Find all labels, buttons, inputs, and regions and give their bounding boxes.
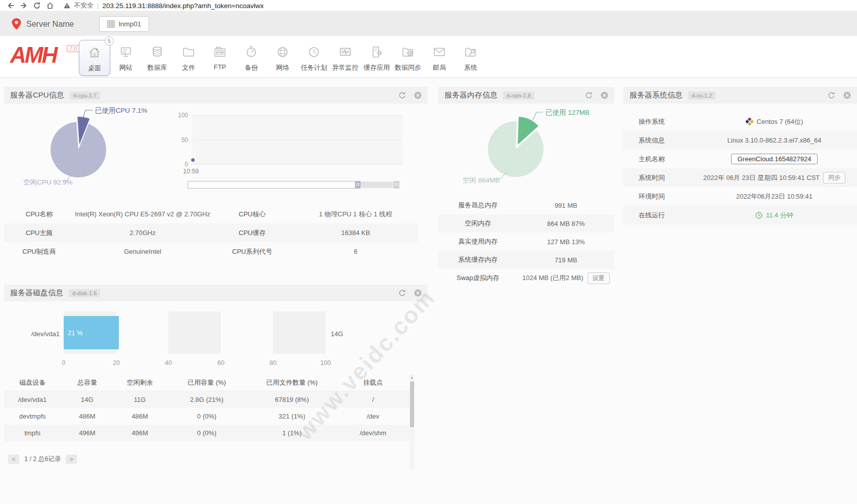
cpu-pie-chart: 已使用CPU 7.1% 空闲CPU 92.9%: [9, 105, 186, 206]
cell-label: 系统时间: [623, 173, 692, 182]
server-name-label: Server Name: [26, 20, 74, 29]
nav-item-database[interactable]: 数据库: [142, 40, 173, 75]
prev-page-button[interactable]: <: [8, 454, 19, 464]
disk-usage-bar-chart: /dev/vda1 21 % 14G 0 20 40 60 80 100: [4, 305, 428, 373]
cpu-line-plot: [192, 115, 402, 164]
column-header: 已用文件数量 (%): [247, 378, 336, 387]
cell-value: /dev/shm: [337, 429, 410, 437]
os-panel-title: 服务器系统信息: [629, 90, 683, 100]
disk-panel-badge: d-disk-1.6: [69, 289, 100, 297]
cell-value: 67819 (8%): [247, 396, 336, 403]
table-row: 在线运行 11.4 分钟: [623, 206, 857, 224]
cell-value: 2022年06月23日 10:59:41: [736, 192, 813, 201]
close-icon[interactable]: [843, 91, 851, 99]
nav-label: 数据同步: [395, 63, 421, 72]
table-row: 操作系统 Centos 7 (64位): [623, 112, 857, 131]
address-bar[interactable]: 不安全 | 203.25.119.31:8888/index.php?amh_t…: [64, 1, 264, 10]
browser-forward-button[interactable]: [17, 1, 30, 11]
nav-item-system[interactable]: 系统: [455, 40, 486, 75]
cell-value: /dev: [337, 413, 410, 420]
nav-label: 备份: [245, 63, 258, 72]
nav-item-mail[interactable]: 邮局: [424, 40, 455, 75]
nav-item-network[interactable]: 网络: [267, 40, 298, 75]
server-name-link[interactable]: Server Name: [11, 18, 74, 30]
ram-info-table: 服务器总内存 991 MB 空闲内存 864 MB 87% 真实使用内存 127…: [438, 196, 614, 287]
cpu-free-label: 空闲CPU 92.9%: [23, 178, 73, 187]
uptime-value: 11.4 分钟: [766, 211, 793, 220]
nav-item-website[interactable]: 网站: [110, 40, 142, 75]
slider-handle-left[interactable]: [355, 181, 360, 189]
nav-item-ftp[interactable]: FTP FTP: [204, 40, 236, 73]
close-icon[interactable]: [414, 289, 422, 297]
cpu-panel-title: 服务器CPU信息: [10, 90, 64, 100]
cell-label: 系统信息: [623, 136, 692, 145]
table-row: 主机名称 GreenCloud.1654827924: [623, 150, 857, 168]
page-info: 1 / 2 总6记录: [24, 455, 61, 464]
table-row: 系统时间 2022年 06月 23日 星期四 10:59:41 CST 同步: [623, 168, 857, 187]
swap-settings-button[interactable]: 设置: [588, 272, 610, 284]
amh-dashboard: 不安全 | 203.25.119.31:8888/index.php?amh_t…: [0, 0, 857, 504]
close-icon[interactable]: [601, 91, 608, 99]
column-header: 总容量: [61, 378, 113, 387]
cell-value: 16384 KB: [294, 229, 418, 237]
axis-tick: 20: [108, 359, 124, 366]
slider-selected-range[interactable]: [188, 181, 355, 189]
time-sync-button[interactable]: 同步: [823, 172, 845, 184]
os-panel-header: 服务器系统信息 d-os-1.2: [623, 87, 857, 104]
monitor-pulse-icon: [338, 44, 353, 60]
system-wrench-icon: [463, 44, 478, 60]
cell-value: Intel(R) Xeon(R) CPU E5-2697 v2 @ 2.70GH…: [74, 210, 211, 218]
column-header: 挂载点: [337, 378, 410, 387]
scroll-up-arrow[interactable]: ▲: [410, 376, 414, 379]
cell-value: 2.8G (21%): [166, 396, 247, 403]
table-row: 系统信息 Linux 3.10.0-862.2.3.el7.x86_64: [623, 131, 857, 150]
ram-free-label: 空闲 864MB: [463, 176, 500, 185]
browser-reload-button[interactable]: [30, 1, 43, 11]
nav-item-cache-app[interactable]: 缓存应用: [361, 40, 392, 75]
disk-used-pct: 21 %: [68, 329, 83, 337]
nav-item-task-schedule[interactable]: 任务计划: [298, 40, 330, 75]
cell-value: 14G: [61, 396, 113, 403]
table-row: CPU名称 Intel(R) Xeon(R) CPU E5-2697 v2 @ …: [4, 205, 418, 223]
close-icon[interactable]: [414, 91, 422, 99]
ram-pie-chart: 已使用 127MB 空闲 864MB: [443, 105, 615, 206]
cell-value: 2022年 06月 23日 星期四 10:59:41 CST: [703, 173, 820, 182]
nav-items: 5 桌面 网站 数据库: [79, 40, 486, 76]
cell-value: tmpfs: [4, 429, 61, 437]
nav-item-exception-monitor[interactable]: 异常监控: [330, 40, 361, 75]
cell-value: GenuineIntel: [74, 248, 211, 255]
slider-handle-right[interactable]: [393, 181, 399, 189]
cell-value: 496M: [61, 429, 113, 437]
refresh-icon[interactable]: [828, 91, 835, 99]
insecure-warning-icon: [64, 3, 70, 9]
next-page-button[interactable]: >: [66, 454, 77, 464]
table-row: 服务器总内存 991 MB: [438, 196, 614, 214]
amh-logo[interactable]: AMH ★: [10, 44, 56, 66]
slider-track[interactable]: [360, 181, 393, 188]
refresh-icon[interactable]: [398, 91, 406, 99]
nav-item-data-sync[interactable]: 数据同步: [392, 40, 424, 75]
nav-item-backup[interactable]: 备份: [236, 40, 267, 75]
cell-label: 在线运行: [623, 211, 692, 220]
cell-value: 864 MB 87%: [547, 220, 584, 227]
hostname-input[interactable]: GreenCloud.1654827924: [731, 154, 817, 164]
cpu-panel-badge: d-cpu-1.7: [70, 91, 100, 100]
nav-item-files[interactable]: 文件: [173, 40, 204, 75]
scrollbar-thumb[interactable]: [410, 382, 414, 427]
cell-label: CPU系列代号: [211, 247, 294, 256]
cell-label: 系统缓存内存: [438, 255, 518, 264]
refresh-icon[interactable]: [585, 91, 593, 99]
browser-back-button[interactable]: [4, 1, 17, 11]
column-header: 空闲剩余: [114, 378, 166, 387]
cell-label: 主机名称: [623, 155, 692, 164]
folder-icon: [181, 44, 196, 60]
browser-home-button[interactable]: [43, 1, 57, 11]
cell-label: 环境时间: [623, 192, 692, 201]
server-tab-lnmp01[interactable]: lnmp01: [99, 16, 149, 32]
clock-icon: [306, 44, 322, 60]
refresh-icon[interactable]: [398, 289, 406, 297]
cache-app-icon: [369, 44, 384, 60]
cell-value: /: [337, 396, 410, 403]
nav-item-desktop[interactable]: 5 桌面: [79, 40, 110, 76]
cpu-data-point: [191, 158, 195, 162]
